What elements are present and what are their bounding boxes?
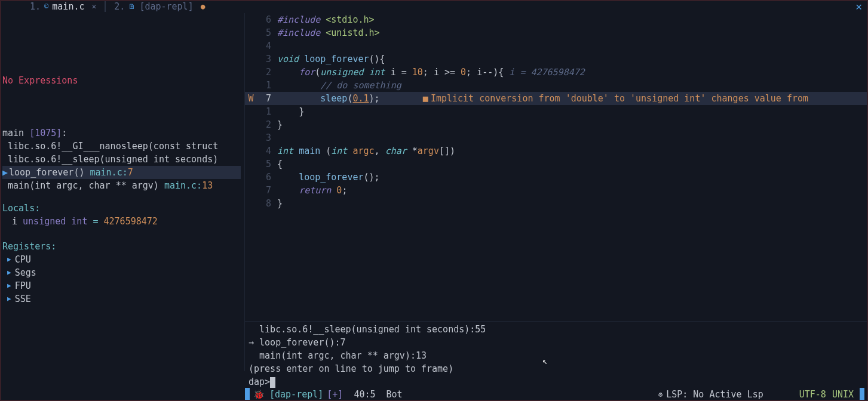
repl-output-line[interactable]: libc.so.6!__sleep(unsigned int seconds):… bbox=[249, 323, 868, 336]
code-line[interactable]: 3 bbox=[245, 131, 868, 144]
code-line[interactable]: 4 bbox=[245, 39, 868, 53]
code-text: { bbox=[277, 158, 868, 171]
cursor-position: 40:5 bbox=[354, 388, 375, 401]
code-text: #include <unistd.h> bbox=[277, 26, 868, 39]
dap-repl[interactable]: libc.so.6!__sleep(unsigned int seconds):… bbox=[245, 321, 868, 388]
code-text bbox=[277, 39, 868, 53]
locals-title: Locals: bbox=[2, 202, 241, 215]
code-text: #include <stdio.h> bbox=[277, 13, 868, 26]
tab-dap-repl[interactable]: 2. 🗎 [dap-repl] bbox=[108, 0, 211, 13]
buffer-name: [dap-repl] bbox=[269, 388, 323, 401]
code-text: return 0; bbox=[277, 184, 868, 197]
line-number: 8 bbox=[257, 197, 277, 210]
tab-bar: 1. © main.c ✕ 2. 🗎 [dap-repl] ✕ bbox=[0, 0, 868, 13]
c-file-icon: © bbox=[44, 0, 48, 13]
code-line[interactable]: 3void loop_forever(){ bbox=[245, 53, 868, 66]
code-text: } bbox=[277, 118, 868, 131]
repl-output-line[interactable]: (press enter on line to jump to frame) bbox=[249, 362, 868, 375]
locals-panel: Locals: i unsigned int = 4276598472 bbox=[0, 186, 244, 237]
line-number: 2 bbox=[257, 118, 277, 131]
repl-output-line[interactable]: main(int argc, char ** argv):13 bbox=[249, 349, 868, 362]
line-number: 4 bbox=[257, 39, 277, 53]
line-number: 6 bbox=[257, 13, 277, 26]
code-line[interactable]: 4int main (int argc, char *argv[]) bbox=[245, 144, 868, 158]
sign-column bbox=[245, 118, 257, 131]
stack-frame[interactable]: libc.so.6!__GI___nanosleep(const struct bbox=[2, 140, 241, 153]
code-line[interactable]: 2 for(unsigned int i = 10; i >= 0; i--){… bbox=[245, 66, 868, 79]
code-text: loop_forever(); bbox=[277, 171, 868, 184]
sign-column bbox=[245, 79, 257, 92]
watch-panel: No Expressions bbox=[0, 19, 244, 85]
sign-column bbox=[245, 66, 257, 79]
line-number: 7 bbox=[257, 184, 277, 197]
sign-column bbox=[245, 13, 257, 26]
code-line[interactable]: 1 // do something bbox=[245, 79, 868, 92]
file-icon: 🗎 bbox=[128, 0, 136, 13]
code-line[interactable]: 5{ bbox=[245, 158, 868, 171]
code-editor[interactable]: 6#include <stdio.h>5#include <unistd.h>4… bbox=[245, 13, 868, 371]
code-text: sleep(0.1); ■Implicit conversion from 'd… bbox=[277, 92, 868, 105]
code-line[interactable]: W7 sleep(0.1); ■Implicit conversion from… bbox=[245, 92, 868, 105]
line-number: 7 bbox=[257, 92, 277, 105]
sign-column bbox=[245, 158, 257, 171]
main-area: No Expressions main [1075]: libc.so.6!__… bbox=[0, 13, 868, 371]
register-group[interactable]: ▶Segs bbox=[7, 266, 241, 279]
line-number: 1 bbox=[257, 79, 277, 92]
code-text: void loop_forever(){ bbox=[277, 53, 868, 66]
line-number: 2 bbox=[257, 66, 277, 79]
close-panel-icon[interactable]: ✕ bbox=[855, 0, 862, 13]
code-text: int main (int argc, char *argv[]) bbox=[277, 144, 868, 158]
code-text bbox=[277, 131, 868, 144]
tab-main-c[interactable]: 1. © main.c ✕ bbox=[24, 0, 102, 13]
line-number: 5 bbox=[257, 158, 277, 171]
stack-frame[interactable]: libc.so.6!__sleep(unsigned int seconds) bbox=[2, 153, 241, 166]
chevron-right-icon: ▶ bbox=[7, 279, 11, 292]
sign-column bbox=[245, 105, 257, 118]
lsp-status: LSP: No Active Lsp bbox=[666, 388, 763, 401]
line-number: 1 bbox=[257, 105, 277, 118]
stack-frame[interactable]: ▶loop_forever() main.c:7 bbox=[2, 166, 241, 179]
sign-column: W bbox=[245, 92, 257, 105]
stack-frame[interactable]: main(int argc, char ** argv) main.c:13 bbox=[2, 179, 241, 192]
local-variable[interactable]: i unsigned int = 4276598472 bbox=[2, 215, 241, 228]
tab-label: main.c bbox=[52, 0, 84, 13]
sign-column bbox=[245, 53, 257, 66]
code-line[interactable]: 5#include <unistd.h> bbox=[245, 26, 868, 39]
sign-column bbox=[245, 197, 257, 210]
status-line: 🐞 [dap-repl] [+] 40:5 Bot ⚙ LSP: No Acti… bbox=[245, 388, 868, 401]
gear-icon: ⚙ bbox=[658, 388, 662, 401]
code-line[interactable]: 2} bbox=[245, 118, 868, 131]
register-group[interactable]: ▶CPU bbox=[7, 253, 241, 266]
code-text: } bbox=[277, 105, 868, 118]
sign-column bbox=[245, 184, 257, 197]
sign-column bbox=[245, 39, 257, 53]
close-icon[interactable]: ✕ bbox=[91, 0, 96, 13]
code-text: for(unsigned int i = 10; i >= 0; i--){ i… bbox=[277, 66, 868, 79]
register-group[interactable]: ▶SSE bbox=[7, 292, 241, 306]
code-line[interactable]: 7 return 0; bbox=[245, 184, 868, 197]
code-line[interactable]: 1 } bbox=[245, 105, 868, 118]
tab-number: 1. bbox=[30, 0, 41, 13]
chevron-right-icon: ▶ bbox=[7, 292, 11, 306]
tab-number: 2. bbox=[114, 0, 125, 13]
code-line[interactable]: 6 loop_forever(); bbox=[245, 171, 868, 184]
tab-label: [dap-repl] bbox=[139, 0, 193, 13]
debug-icon: 🐞 bbox=[253, 388, 265, 401]
repl-prompt[interactable]: dap> bbox=[249, 375, 868, 388]
fileformat: UNIX bbox=[832, 388, 854, 401]
code-text: } bbox=[277, 197, 868, 210]
statusline-end bbox=[860, 388, 864, 401]
sign-column bbox=[245, 144, 257, 158]
sign-column bbox=[245, 171, 257, 184]
registers-panel: Registers: ▶CPU▶Segs▶FPU▶SSE bbox=[0, 237, 244, 315]
cursor bbox=[270, 377, 275, 388]
line-number: 3 bbox=[257, 131, 277, 144]
repl-output-line[interactable]: → loop_forever():7 bbox=[249, 336, 868, 349]
register-group[interactable]: ▶FPU bbox=[7, 279, 241, 292]
code-line[interactable]: 6#include <stdio.h> bbox=[245, 13, 868, 26]
modified-flag: [+] bbox=[327, 388, 343, 401]
tab-separator bbox=[105, 1, 106, 12]
code-line[interactable]: 8} bbox=[245, 197, 868, 210]
stack-panel: main [1075]: libc.so.6!__GI___nanosleep(… bbox=[0, 85, 244, 186]
line-number: 6 bbox=[257, 171, 277, 184]
